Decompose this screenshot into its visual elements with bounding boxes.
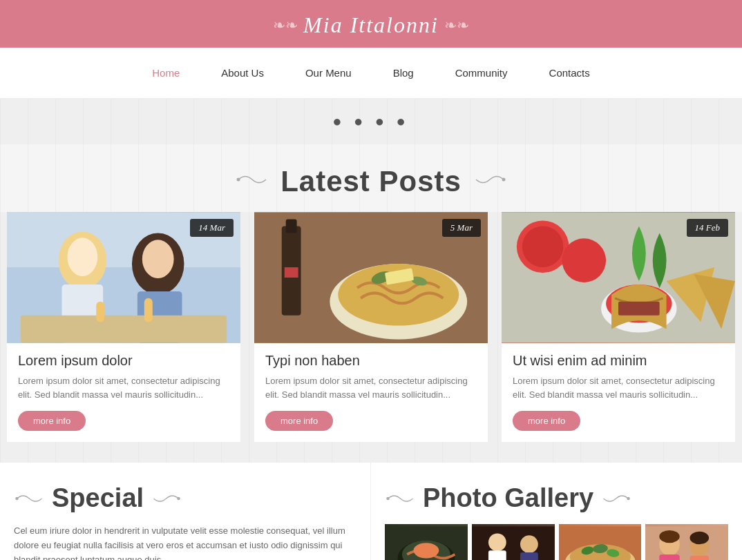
- post-card-1: 14 Mar Lorem ipsum dolor Lorem ipsum dol…: [7, 212, 240, 442]
- latest-posts-title-section: Latest Posts: [0, 144, 742, 212]
- svg-rect-8: [137, 291, 182, 343]
- svg-rect-22: [502, 213, 735, 343]
- svg-rect-14: [282, 226, 301, 315]
- post-title-2: Typi non haben: [265, 353, 477, 369]
- post-card-3: 14 Feb Ut wisi enim ad minim Lorem ipsum…: [502, 212, 735, 442]
- nav-menu[interactable]: Our Menu: [285, 48, 372, 98]
- svg-rect-39: [472, 526, 555, 560]
- svg-point-32: [177, 496, 180, 500]
- svg-rect-30: [618, 302, 660, 316]
- svg-rect-2: [7, 213, 240, 343]
- site-title: Mia Ittalonni: [303, 12, 439, 38]
- svg-point-1: [502, 177, 505, 181]
- svg-marker-27: [694, 274, 735, 329]
- post-title-3: Ut wisi enim ad minim: [513, 353, 724, 369]
- svg-point-17: [330, 264, 467, 339]
- gallery-thumb-2[interactable]: [472, 524, 555, 560]
- svg-rect-12: [144, 298, 153, 322]
- svg-point-4: [59, 231, 107, 289]
- posts-grid: 14 Mar Lorem ipsum dolor Lorem ipsum dol…: [7, 212, 735, 442]
- svg-rect-51: [645, 526, 728, 560]
- svg-point-18: [338, 264, 459, 325]
- svg-point-33: [386, 496, 390, 500]
- svg-point-0: [237, 177, 240, 181]
- svg-rect-10: [21, 316, 227, 343]
- special-deco-left: [14, 490, 45, 508]
- svg-point-7: [132, 233, 184, 294]
- post-card-2: 5 Mar Typi non haben Lorem ipsum dolor s…: [254, 212, 488, 442]
- post-more-info-1[interactable]: more info: [18, 411, 86, 431]
- svg-point-31: [15, 496, 19, 500]
- svg-point-25: [562, 238, 606, 282]
- svg-point-56: [660, 530, 680, 543]
- post-image-3: 14 Feb: [502, 212, 735, 343]
- svg-point-29: [606, 284, 672, 323]
- svg-point-38: [413, 543, 439, 558]
- svg-point-9: [142, 240, 174, 278]
- main-nav: Home About Us Our Menu Blog Community Co…: [0, 48, 742, 99]
- svg-point-20: [410, 275, 428, 287]
- special-text: Cel eum iriure dolor in hendrerit in vul…: [14, 524, 356, 560]
- gallery-title: Photo Gallery: [423, 483, 593, 513]
- nav-home[interactable]: Home: [131, 48, 200, 98]
- header-deco-left: ❧❧: [273, 17, 298, 35]
- svg-point-23: [517, 220, 569, 273]
- svg-point-28: [601, 284, 676, 333]
- gallery-deco-right: [600, 490, 631, 508]
- post-date-1: 14 Mar: [190, 219, 234, 237]
- svg-rect-15: [286, 220, 297, 233]
- bottom-section: Special Cel eum iriure dolor in hendreri…: [0, 463, 742, 560]
- special-section: Special Cel eum iriure dolor in hendreri…: [0, 463, 371, 560]
- slider-dots: ● ● ● ●: [332, 113, 410, 130]
- gallery-thumb-3[interactable]: [559, 524, 642, 560]
- svg-point-24: [522, 226, 564, 267]
- svg-point-34: [627, 496, 630, 500]
- gallery-thumb-1[interactable]: [385, 524, 468, 560]
- post-photo-1: [7, 212, 240, 343]
- svg-rect-41: [488, 550, 506, 560]
- special-title: Special: [52, 483, 144, 513]
- svg-rect-21: [385, 268, 414, 285]
- gallery-deco-left: [385, 490, 416, 508]
- latest-posts-title: Latest Posts: [280, 165, 462, 198]
- nav-about[interactable]: About Us: [200, 48, 285, 98]
- nav-contacts[interactable]: Contacts: [529, 48, 611, 98]
- svg-marker-26: [667, 267, 715, 322]
- svg-rect-55: [690, 556, 710, 560]
- slider-section: ● ● ● ●: [0, 99, 742, 144]
- post-more-info-2[interactable]: more info: [265, 411, 333, 431]
- svg-point-40: [488, 533, 506, 551]
- post-image-1: 14 Mar: [7, 212, 240, 343]
- post-date-3: 14 Feb: [687, 219, 728, 237]
- site-header: ❧❧ Mia Ittalonni ❧❧: [0, 0, 742, 48]
- gallery-title-wrap: Photo Gallery: [385, 483, 728, 513]
- header-deco-right: ❧❧: [444, 17, 469, 35]
- svg-point-42: [520, 535, 538, 553]
- svg-rect-3: [7, 267, 240, 342]
- title-deco-left: [235, 170, 269, 194]
- svg-rect-11: [96, 302, 104, 322]
- gallery-grid: [385, 524, 728, 560]
- title-deco-right: [473, 170, 507, 194]
- gallery-thumb-4[interactable]: [645, 524, 728, 560]
- special-title-wrap: Special: [14, 483, 356, 513]
- svg-rect-5: [62, 284, 104, 343]
- svg-point-6: [67, 238, 97, 276]
- svg-rect-16: [285, 267, 298, 278]
- post-image-2: 5 Mar: [254, 212, 488, 343]
- gallery-section: Photo Gallery: [371, 463, 742, 560]
- post-excerpt-2: Lorem ipsum dolor sit amet, consectetur …: [265, 374, 477, 401]
- post-photo-3: [502, 212, 735, 343]
- posts-section: 14 Mar Lorem ipsum dolor Lorem ipsum dol…: [0, 212, 742, 463]
- post-excerpt-1: Lorem ipsum dolor sit amet, consectetur …: [18, 374, 229, 401]
- post-photo-2: [254, 212, 488, 343]
- post-more-info-3[interactable]: more info: [513, 411, 580, 431]
- nav-community[interactable]: Community: [435, 48, 529, 98]
- post-title-1: Lorem ipsum dolor: [18, 353, 229, 369]
- post-excerpt-3: Lorem ipsum dolor sit amet, consectetur …: [513, 374, 724, 401]
- svg-rect-43: [520, 552, 538, 560]
- nav-blog[interactable]: Blog: [372, 48, 435, 98]
- svg-point-19: [370, 269, 392, 286]
- special-deco-right: [151, 490, 182, 508]
- svg-rect-53: [660, 554, 680, 560]
